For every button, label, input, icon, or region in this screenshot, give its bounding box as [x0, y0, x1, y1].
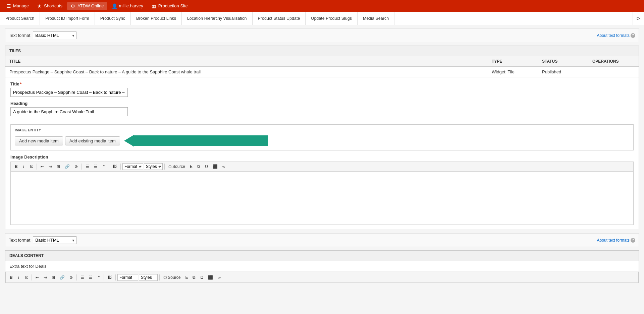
- manage-menu[interactable]: ☰ Manage: [3, 2, 32, 10]
- arrow-annotation: [124, 135, 268, 147]
- image-button[interactable]: 🖼: [111, 163, 119, 170]
- text-format-select-wrapper-top[interactable]: Basic HTML Full HTML Plain text: [33, 32, 76, 39]
- format-dropdown-wrapper[interactable]: Format ▼: [122, 163, 143, 170]
- deals-image[interactable]: 🖼: [106, 274, 114, 281]
- tiles-table: TITLE TYPE STATUS OPERATIONS Prospectus …: [5, 56, 639, 77]
- deals-link[interactable]: 🔗: [58, 274, 67, 281]
- user-menu[interactable]: 👤 millie.harvey: [108, 2, 146, 10]
- image-description-editor[interactable]: [10, 171, 634, 225]
- tab-media-search[interactable]: Media Search: [358, 12, 394, 25]
- abbr-button[interactable]: E: [188, 163, 195, 170]
- star-icon: ★: [37, 3, 42, 9]
- deals-list-ordered[interactable]: ☱: [87, 274, 95, 281]
- text-format-select-top[interactable]: Basic HTML Full HTML Plain text: [33, 32, 76, 39]
- title-input[interactable]: [10, 88, 128, 97]
- add-existing-media-item-button[interactable]: Add existing media item: [65, 136, 120, 145]
- form-section: Title* Heading: [5, 77, 639, 124]
- source-button[interactable]: ⬡ Source: [166, 163, 187, 170]
- list-ordered-button[interactable]: ☱: [92, 163, 100, 170]
- deals-toolbar-separator-1: [32, 274, 32, 280]
- italic-button[interactable]: I: [20, 163, 27, 170]
- tiles-section: TILES TITLE TYPE STATUS OPERATIONS Prosp…: [5, 46, 639, 229]
- about-text-formats-link-top[interactable]: About text formats: [597, 33, 630, 38]
- deals-styles-dropdown[interactable]: Styles: [139, 274, 158, 281]
- deals-indent-increase[interactable]: ⇥: [42, 274, 49, 281]
- deals-source-button[interactable]: ⬡ Source: [161, 274, 182, 281]
- col-header-type: TYPE: [488, 56, 538, 67]
- toolbar-separator-3: [109, 164, 109, 170]
- tile-status-cell: Published: [538, 67, 588, 77]
- deals-toolbar-separator-2: [76, 274, 77, 280]
- deals-special-char[interactable]: Ω: [198, 274, 205, 281]
- unlink-button[interactable]: ⊗: [72, 163, 80, 170]
- tab-location-hierarchy[interactable]: Location Hierarchy Visualisation: [182, 12, 253, 25]
- deals-list-unordered[interactable]: ☰: [78, 274, 86, 281]
- deals-blockquote[interactable]: ❝: [95, 274, 102, 281]
- add-new-media-item-button[interactable]: Add new media item: [15, 136, 63, 145]
- embed-button[interactable]: ⬛: [211, 163, 220, 170]
- toolbar-separator-2: [82, 164, 82, 170]
- link-button[interactable]: 🔗: [63, 163, 72, 170]
- image-description-label: Image Description: [10, 154, 634, 160]
- list-unordered-button[interactable]: ☰: [84, 163, 91, 170]
- deals-abbr[interactable]: E: [183, 274, 190, 281]
- tab-broken-product-links[interactable]: Broken Product Links: [131, 12, 182, 25]
- tile-operations-cell: [588, 67, 639, 77]
- heading-label: Heading: [10, 101, 634, 106]
- styles-dropdown-wrapper[interactable]: Styles ▼: [144, 163, 163, 170]
- deals-table[interactable]: ⊞: [50, 274, 57, 281]
- deals-unlink[interactable]: ⊗: [67, 274, 75, 281]
- deals-bold-button[interactable]: B: [8, 274, 15, 281]
- arrow-body: [134, 135, 268, 146]
- production-site-menu[interactable]: ▦ Production Site: [148, 2, 191, 10]
- atdw-icon: ⚙: [70, 3, 76, 9]
- tab-product-id-import[interactable]: Product ID Import Form: [40, 12, 95, 25]
- tab-update-product-slugs[interactable]: Update Product Slugs: [306, 12, 358, 25]
- image-entity-box: IMAGE ENTITY Add new media item Add exis…: [10, 124, 634, 150]
- collapse-icon: ⊳: [636, 15, 641, 21]
- blockquote-button[interactable]: ❝: [100, 163, 107, 170]
- tab-product-status-update[interactable]: Product Status Update: [253, 12, 306, 25]
- atdw-menu[interactable]: ⚙ ATDW Online: [67, 2, 107, 10]
- hamburger-icon: ☰: [6, 3, 11, 9]
- image-description-section: Image Description B I Ix ⇤ ⇥ ⊞ 🔗 ⊗ ☰ ☱ ❝…: [5, 154, 639, 229]
- bold-button[interactable]: B: [13, 163, 20, 170]
- deals-indent-decrease[interactable]: ⇤: [34, 274, 41, 281]
- deals-link2[interactable]: ∞: [216, 274, 223, 281]
- tab-product-sync[interactable]: Product Sync: [95, 12, 131, 25]
- shortcuts-menu[interactable]: ★ Shortcuts: [34, 2, 66, 10]
- format-dropdown[interactable]: Format: [122, 163, 143, 170]
- indent-increase-button[interactable]: ⇥: [47, 163, 54, 170]
- image-entity-btn-row: Add new media item Add existing media it…: [15, 135, 629, 147]
- user-icon: 👤: [112, 3, 117, 9]
- title-field-group: Title*: [10, 81, 634, 97]
- deals-format-dropdown[interactable]: Format: [117, 274, 138, 281]
- col-header-status: STATUS: [538, 56, 588, 67]
- text-format-select-wrapper-bottom[interactable]: Basic HTML Full HTML Plain text: [33, 236, 76, 244]
- about-text-formats-link-bottom[interactable]: About text formats: [597, 238, 630, 243]
- help-icon-bottom: ?: [631, 238, 635, 243]
- styles-dropdown[interactable]: Styles: [144, 163, 163, 170]
- link2-button[interactable]: ∞: [220, 163, 227, 170]
- tab-product-search[interactable]: Product Search: [0, 12, 40, 25]
- special-char-button[interactable]: Ω: [203, 163, 210, 170]
- required-star: *: [20, 81, 22, 86]
- text-format-select-bottom[interactable]: Basic HTML Full HTML Plain text: [33, 236, 76, 244]
- text-format-label-bottom: Text format: [9, 238, 30, 243]
- tab-collapse-button[interactable]: ⊳: [633, 12, 644, 25]
- table-button[interactable]: ⊞: [55, 163, 62, 170]
- image-entity-label: IMAGE ENTITY: [15, 128, 629, 132]
- indent-decrease-button[interactable]: ⇤: [39, 163, 46, 170]
- table-row: Prospectus Package – Sapphire Coast – Ba…: [5, 67, 639, 77]
- copy-button[interactable]: ⧉: [195, 163, 202, 170]
- deals-copy[interactable]: ⧉: [191, 274, 198, 281]
- deals-italic-button[interactable]: I: [15, 274, 22, 281]
- heading-input[interactable]: [10, 107, 128, 116]
- deals-toolbar-separator-4: [115, 274, 116, 280]
- main-content: Text format Basic HTML Full HTML Plain t…: [0, 25, 644, 290]
- text-format-label-top: Text format: [9, 33, 30, 38]
- strikethrough-button[interactable]: Ix: [28, 163, 35, 170]
- deals-strikethrough-button[interactable]: Ix: [23, 274, 30, 281]
- deals-embed[interactable]: ⬛: [206, 274, 215, 281]
- deals-header: DEALS CONTENT: [5, 251, 639, 261]
